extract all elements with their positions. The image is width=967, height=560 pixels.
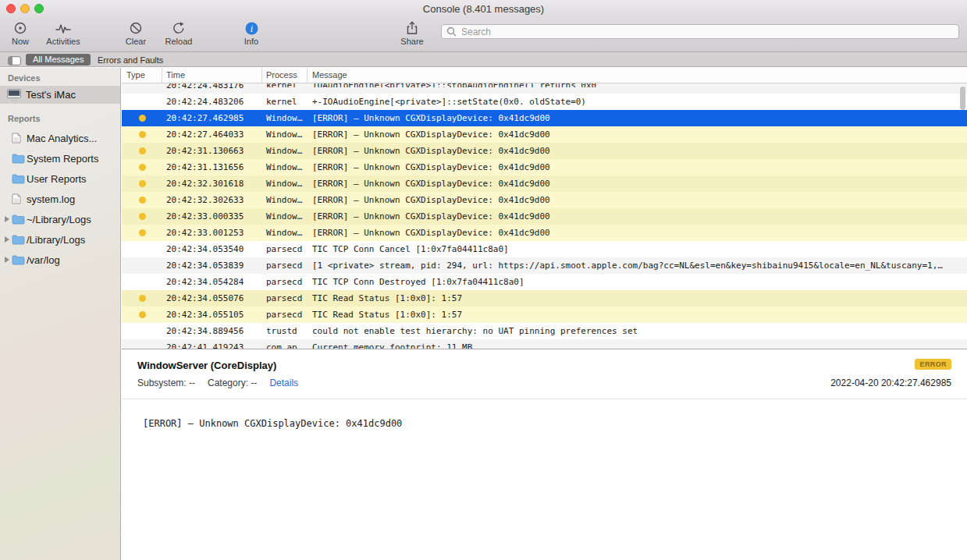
activities-button[interactable]: Activities <box>41 20 86 46</box>
table-row[interactable]: 20:42:33.000335 Window… [ERROR] — Unknow… <box>122 208 967 225</box>
folder-icon <box>12 174 25 184</box>
table-row[interactable]: 20:42:27.462985 Window… [ERROR] — Unknow… <box>122 110 967 126</box>
table-row[interactable]: 20:42:32.302633 Window… [ERROR] — Unknow… <box>122 192 967 208</box>
tab-errors-and-faults[interactable]: Errors and Faults <box>98 54 163 66</box>
table-row[interactable]: 20:42:34.055076 parsecd TIC Read Status … <box>122 290 967 307</box>
disclosure-triangle-icon[interactable] <box>5 257 9 263</box>
sidebar-toggle-icon[interactable] <box>8 55 21 69</box>
share-button[interactable]: Share <box>395 20 429 46</box>
error-dot <box>139 131 146 138</box>
info-button[interactable]: i Info <box>234 20 268 46</box>
row-message: could not enable test hierarchy: no UAT … <box>308 323 967 339</box>
table-row[interactable]: 20:42:24.483206 kernel +-IOAudioEngine[<… <box>122 94 967 110</box>
sidebar-item-label: /var/log <box>27 254 60 266</box>
folder-icon <box>12 235 25 245</box>
table-row[interactable]: 20:42:34.055105 parsecd TIC Read Status … <box>122 307 967 323</box>
now-button[interactable]: Now <box>5 20 36 46</box>
row-process: Window… <box>262 192 308 208</box>
reload-button[interactable]: Reload <box>161 20 197 46</box>
sidebar-item[interactable]: User Reports <box>0 168 120 189</box>
disclosure-triangle-icon[interactable] <box>5 216 9 222</box>
row-process: Window… <box>262 159 308 175</box>
row-process: Window… <box>262 175 308 192</box>
row-time: 20:42:34.054284 <box>162 274 262 290</box>
vertical-scrollbar-thumb[interactable] <box>960 87 965 110</box>
table-row[interactable]: 20:42:31.130663 Window… [ERROR] — Unknow… <box>122 143 967 159</box>
row-message: [ERROR] — Unknown CGXDisplayDevice: 0x41… <box>308 159 967 175</box>
table-row[interactable]: 20:42:32.301618 Window… [ERROR] — Unknow… <box>122 175 967 192</box>
sidebar-item[interactable]: ~/Library/Logs <box>0 209 120 229</box>
row-process: kernel <box>262 94 308 110</box>
error-dot <box>139 295 146 302</box>
row-message: [ERROR] — Unknown CGXDisplayDevice: 0x41… <box>308 192 967 208</box>
column-header-process[interactable]: Process <box>262 68 308 83</box>
row-time: 20:42:34.053839 <box>162 257 262 274</box>
scope-bar: All Messages Errors and Faults <box>0 52 967 67</box>
column-header-time[interactable]: Time <box>162 68 262 83</box>
column-header-type[interactable]: Type <box>122 68 162 83</box>
row-time: 20:42:32.302633 <box>162 192 262 208</box>
svg-text:i: i <box>250 23 252 34</box>
table-row[interactable]: 20:42:24.483176 kernel IOAudioEngine[<pr… <box>122 83 967 94</box>
row-message: IOAudioEngine[<private>]::stopAudioEngin… <box>308 83 967 87</box>
error-badge: ERROR <box>915 359 951 370</box>
sidebar-item[interactable]: /Library/Logs <box>0 229 120 250</box>
share-icon <box>395 20 429 36</box>
table-row[interactable]: 20:42:33.001253 Window… [ERROR] — Unknow… <box>122 225 967 241</box>
clear-button[interactable]: Clear <box>119 20 153 46</box>
table-row[interactable]: 20:42:31.131656 Window… [ERROR] — Unknow… <box>122 159 967 175</box>
sidebar-item[interactable]: System Reports <box>0 148 120 168</box>
sidebar-item[interactable]: Mac Analytics... <box>0 128 120 148</box>
sidebar-item[interactable]: system.log <box>0 189 120 209</box>
row-time: 20:42:27.464033 <box>162 126 262 143</box>
table-row[interactable]: 20:42:34.889456 trustd could not enable … <box>122 323 967 339</box>
row-process: parsecd <box>262 241 308 257</box>
detail-divider <box>122 399 967 399</box>
row-process: com.ap… <box>262 339 308 349</box>
row-time: 20:42:34.055076 <box>162 290 262 307</box>
sidebar-item[interactable]: /var/log <box>0 250 120 270</box>
table-row[interactable]: 20:42:41.419243 com.ap… Current memory f… <box>122 339 967 349</box>
now-icon <box>5 20 36 36</box>
sidebar-item-label: ~/Library/Logs <box>27 214 91 225</box>
row-message: TIC TCP Conn Cancel [1:0x7fa04411c8a0] <box>308 241 967 257</box>
sidebar-item-label: /Library/Logs <box>27 234 85 246</box>
row-message: [1 <private> stream, pid: 294, url: http… <box>308 257 967 274</box>
table-row[interactable]: 20:42:27.464033 Window… [ERROR] — Unknow… <box>122 126 967 143</box>
row-message: TIC Read Status [1:0x0]: 1:57 <box>308 307 967 323</box>
info-icon: i <box>234 20 268 36</box>
row-message: [ERROR] — Unknown CGXDisplayDevice: 0x41… <box>308 143 967 159</box>
search-input[interactable] <box>460 26 954 38</box>
detail-category: Category: -- <box>208 377 257 388</box>
table-row[interactable]: 20:42:34.054284 parsecd TIC TCP Conn Des… <box>122 274 967 290</box>
detail-message: [ERROR] — Unknown CGXDisplayDevice: 0x41… <box>143 418 402 429</box>
tab-all-messages[interactable]: All Messages <box>26 54 91 66</box>
table-row[interactable]: 20:42:34.053540 parsecd TIC TCP Conn Can… <box>122 241 967 257</box>
table-row[interactable]: 20:42:34.053839 parsecd [1 <private> str… <box>122 257 967 274</box>
row-process: Window… <box>262 208 308 225</box>
detail-meta: Subsystem: -- Category: -- Details <box>137 377 298 388</box>
row-process: parsecd <box>262 307 308 323</box>
sidebar-item-device[interactable]: Test's iMac <box>0 86 120 104</box>
row-process: parsecd <box>262 257 308 274</box>
detail-subsystem: Subsystem: -- <box>137 377 195 388</box>
details-link[interactable]: Details <box>269 377 298 388</box>
error-dot <box>139 180 146 187</box>
toolbar: Now Activities Clear Reload i Info <box>0 17 967 52</box>
sidebar-item-label: System Reports <box>27 153 98 165</box>
row-message: [ERROR] — Unknown CGXDisplayDevice: 0x41… <box>308 126 967 143</box>
row-time: 20:42:32.301618 <box>162 175 262 192</box>
console-window: Console (8.401 messages) Now Activities … <box>0 0 967 560</box>
sidebar-report-list: Mac Analytics... System Reports User Rep… <box>0 128 120 270</box>
column-header-message[interactable]: Message <box>308 68 967 83</box>
search-field[interactable] <box>441 24 959 39</box>
row-time: 20:42:24.483206 <box>162 94 262 110</box>
row-time: 20:42:33.001253 <box>162 225 262 241</box>
row-process: Window… <box>262 110 308 126</box>
error-dot <box>139 197 146 204</box>
window-title: Console (8.401 messages) <box>0 0 967 17</box>
error-dot <box>139 147 146 154</box>
row-time: 20:42:24.483176 <box>162 83 262 87</box>
disclosure-triangle-icon[interactable] <box>5 236 9 243</box>
log-table-body: 20:42:24.483176 kernel IOAudioEngine[<pr… <box>122 83 967 349</box>
